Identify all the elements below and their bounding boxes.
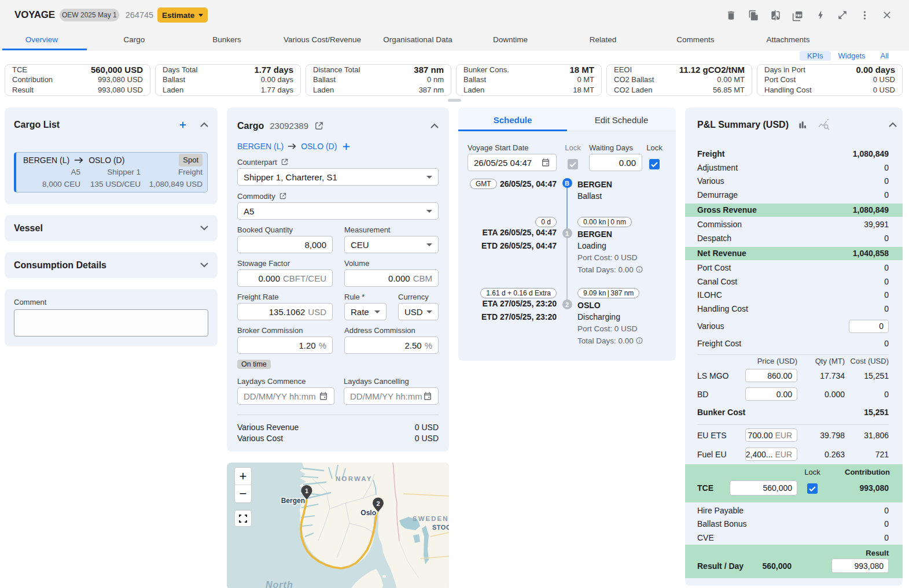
- svg-text:Bergen: Bergen: [281, 497, 305, 505]
- svg-text:North: North: [266, 580, 293, 588]
- svg-text:SWEDEN: SWEDEN: [413, 515, 448, 522]
- svg-text:Oslo: Oslo: [360, 509, 376, 517]
- svg-text:NORWAY: NORWAY: [336, 475, 373, 482]
- svg-text:2: 2: [376, 500, 380, 507]
- svg-text:1: 1: [305, 487, 308, 494]
- svg-text:STOC: STOC: [432, 524, 449, 531]
